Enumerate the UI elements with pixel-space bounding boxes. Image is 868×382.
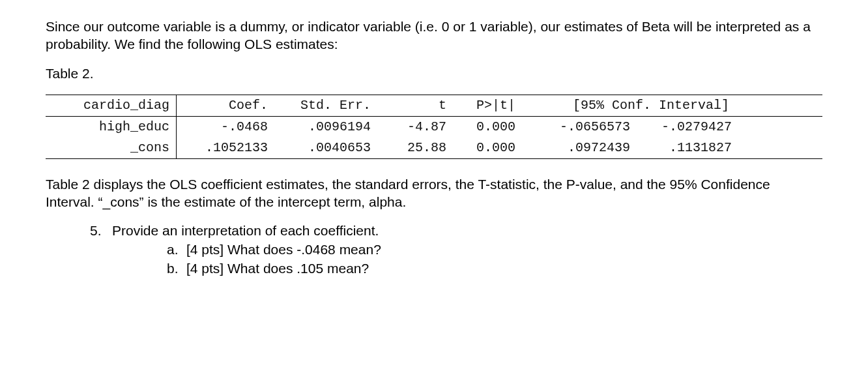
regression-table: cardio_diag Coef. Std. Err. t P>|t| [95%… (46, 95, 822, 159)
col-p: P>|t| (450, 95, 519, 115)
row-varname: _cons (130, 138, 169, 158)
table-header-row: cardio_diag Coef. Std. Err. t P>|t| [95%… (46, 95, 822, 116)
cell-p: 0.000 (450, 138, 519, 158)
cell-ci-low: -.0656573 (519, 117, 634, 137)
table-body: high_educ _cons -.0468 .0096194 -4.87 0.… (46, 117, 822, 158)
table-row: high_educ (46, 117, 176, 138)
cell-ci-high: -.0279427 (634, 117, 736, 137)
document-page: Since our outcome variable is a dummy, o… (0, 0, 868, 299)
col-ci: [95% Conf. Interval] (519, 95, 757, 115)
table-row-values: .1052133 .0040653 25.88 0.000 .0972439 .… (177, 138, 822, 158)
cell-se: .0096194 (273, 117, 375, 137)
question-part: a. [4 pts] What does -.0468 mean? (167, 241, 822, 259)
question-item: 5. Provide an interpretation of each coe… (90, 222, 822, 240)
intro-paragraph: Since our outcome variable is a dummy, o… (46, 18, 822, 53)
part-letter: a. (167, 241, 186, 259)
question-sub-list: a. [4 pts] What does -.0468 mean? b. [4 … (90, 241, 822, 278)
col-coef: Coef. (177, 95, 273, 115)
row-varname: high_educ (99, 117, 169, 137)
table-row: _cons (46, 138, 176, 158)
part-letter: b. (167, 260, 186, 278)
part-text: [4 pts] What does .105 mean? (186, 260, 369, 278)
cell-t: -4.87 (375, 117, 450, 137)
cell-coef: -.0468 (177, 117, 273, 137)
cell-ci-low: .0972439 (519, 138, 634, 158)
table-caption: Table 2 displays the OLS coefficient est… (46, 176, 822, 211)
table-row-values: -.0468 .0096194 -4.87 0.000 -.0656573 -.… (177, 117, 822, 138)
cell-se: .0040653 (273, 138, 375, 158)
col-t: t (375, 95, 450, 115)
question-list: 5. Provide an interpretation of each coe… (46, 222, 822, 278)
question-number: 5. (90, 222, 112, 240)
cell-ci-high: .1131827 (634, 138, 736, 158)
depvar-header: cardio_diag (83, 95, 169, 115)
table-label: Table 2. (46, 65, 822, 83)
table-bottom-rule (46, 158, 822, 159)
cell-t: 25.88 (375, 138, 450, 158)
question-part: b. [4 pts] What does .105 mean? (167, 260, 822, 278)
part-text: [4 pts] What does -.0468 mean? (186, 241, 381, 259)
col-se: Std. Err. (273, 95, 375, 115)
cell-coef: .1052133 (177, 138, 273, 158)
question-prompt: Provide an interpretation of each coeffi… (112, 222, 379, 240)
cell-p: 0.000 (450, 117, 519, 137)
